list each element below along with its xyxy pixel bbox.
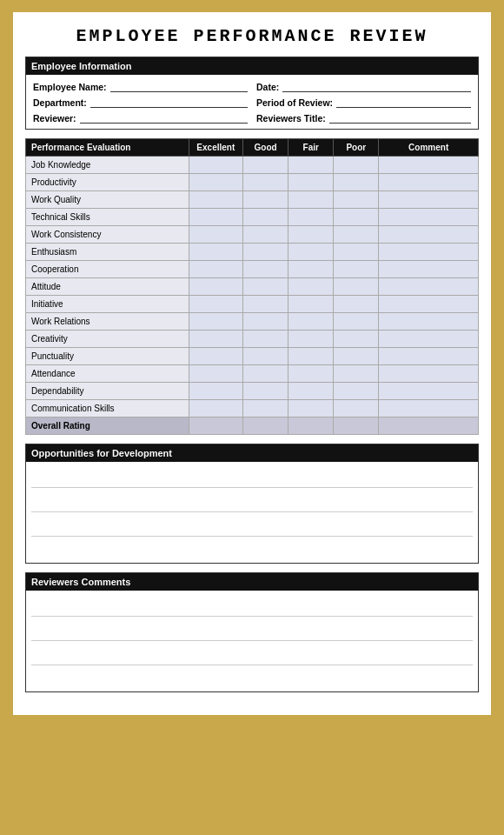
cell-poor-enthusiasm[interactable]	[334, 244, 379, 261]
cell-fair-enthusiasm[interactable]	[288, 244, 334, 261]
cell-excellent-work-consistency[interactable]	[189, 226, 243, 244]
comment-line-1[interactable]	[31, 594, 473, 617]
cell-comment-work-consistency[interactable]	[379, 226, 479, 244]
cell-excellent-initiative[interactable]	[189, 296, 243, 313]
cell-fair-overall-rating[interactable]	[288, 418, 334, 435]
cell-fair-work-relations[interactable]	[288, 313, 334, 331]
cell-good-overall-rating[interactable]	[243, 418, 288, 435]
cell-fair-creativity[interactable]	[288, 331, 334, 348]
reviewer-title-row: Reviewers Title:	[256, 111, 471, 124]
cell-excellent-work-relations[interactable]	[189, 313, 243, 331]
cell-excellent-job-knowledge[interactable]	[189, 157, 243, 174]
cell-poor-creativity[interactable]	[334, 331, 379, 348]
cell-excellent-enthusiasm[interactable]	[189, 244, 243, 261]
cell-poor-work-relations[interactable]	[334, 313, 379, 331]
cell-good-attitude[interactable]	[243, 278, 288, 296]
cell-good-creativity[interactable]	[243, 331, 288, 348]
cell-comment-work-relations[interactable]	[379, 313, 479, 331]
dev-line-1[interactable]	[31, 465, 473, 488]
reviewer-input[interactable]	[80, 111, 248, 124]
cell-poor-communication-skills[interactable]	[334, 400, 379, 418]
reviewer-title-input[interactable]	[329, 111, 471, 124]
period-input[interactable]	[336, 96, 471, 108]
cell-comment-initiative[interactable]	[379, 296, 479, 313]
cell-comment-overall-rating[interactable]	[379, 418, 479, 435]
cell-good-attendance[interactable]	[243, 365, 288, 383]
cell-comment-attendance[interactable]	[379, 365, 479, 383]
cell-comment-creativity[interactable]	[379, 331, 479, 348]
cell-excellent-technical-skills[interactable]	[189, 209, 243, 226]
dev-line-2[interactable]	[31, 490, 473, 512]
cell-excellent-work-quality[interactable]	[189, 191, 243, 209]
comment-line-4[interactable]	[31, 667, 473, 686]
col-header-good: Good	[243, 139, 288, 157]
cell-poor-cooperation[interactable]	[334, 261, 379, 278]
cell-comment-enthusiasm[interactable]	[379, 244, 479, 261]
cell-comment-technical-skills[interactable]	[379, 209, 479, 226]
date-input[interactable]	[282, 80, 471, 92]
cell-good-work-quality[interactable]	[243, 191, 288, 209]
cell-fair-job-knowledge[interactable]	[288, 157, 334, 174]
cell-poor-work-quality[interactable]	[334, 191, 379, 209]
cell-poor-job-knowledge[interactable]	[334, 157, 379, 174]
cell-poor-attendance[interactable]	[334, 365, 379, 383]
comments-header: Reviewers Comments	[26, 573, 478, 591]
cell-poor-technical-skills[interactable]	[334, 209, 379, 226]
cell-excellent-dependability[interactable]	[189, 383, 243, 400]
cell-comment-productivity[interactable]	[379, 174, 479, 191]
cell-fair-attendance[interactable]	[288, 365, 334, 383]
cell-comment-attitude[interactable]	[379, 278, 479, 296]
cell-comment-job-knowledge[interactable]	[379, 157, 479, 174]
cell-comment-cooperation[interactable]	[379, 261, 479, 278]
cell-good-enthusiasm[interactable]	[243, 244, 288, 261]
cell-excellent-punctuality[interactable]	[189, 348, 243, 365]
cell-fair-work-consistency[interactable]	[288, 226, 334, 244]
cell-fair-punctuality[interactable]	[288, 348, 334, 365]
cell-good-technical-skills[interactable]	[243, 209, 288, 226]
cell-comment-communication-skills[interactable]	[379, 400, 479, 418]
cell-fair-dependability[interactable]	[288, 383, 334, 400]
cell-poor-work-consistency[interactable]	[334, 226, 379, 244]
cell-poor-dependability[interactable]	[334, 383, 379, 400]
cell-fair-attitude[interactable]	[288, 278, 334, 296]
cell-poor-punctuality[interactable]	[334, 348, 379, 365]
cell-good-dependability[interactable]	[243, 383, 288, 400]
cell-excellent-attendance[interactable]	[189, 365, 243, 383]
cell-good-communication-skills[interactable]	[243, 400, 288, 418]
cell-fair-technical-skills[interactable]	[288, 209, 334, 226]
cell-excellent-overall-rating[interactable]	[189, 418, 243, 435]
cell-excellent-attitude[interactable]	[189, 278, 243, 296]
cell-good-initiative[interactable]	[243, 296, 288, 313]
cell-poor-attitude[interactable]	[334, 278, 379, 296]
comment-line-3[interactable]	[31, 643, 473, 665]
cell-fair-productivity[interactable]	[288, 174, 334, 191]
cell-good-cooperation[interactable]	[243, 261, 288, 278]
cell-excellent-cooperation[interactable]	[189, 261, 243, 278]
cell-comment-work-quality[interactable]	[379, 191, 479, 209]
col-header-fair: Fair	[288, 139, 334, 157]
cell-good-job-knowledge[interactable]	[243, 157, 288, 174]
cell-good-work-relations[interactable]	[243, 313, 288, 331]
cell-fair-cooperation[interactable]	[288, 261, 334, 278]
row-label-work-consistency: Work Consistency	[26, 226, 189, 244]
cell-good-punctuality[interactable]	[243, 348, 288, 365]
dev-line-4[interactable]	[31, 538, 473, 558]
cell-poor-productivity[interactable]	[334, 174, 379, 191]
cell-fair-initiative[interactable]	[288, 296, 334, 313]
cell-poor-initiative[interactable]	[334, 296, 379, 313]
cell-comment-punctuality[interactable]	[379, 348, 479, 365]
comment-line-2[interactable]	[31, 618, 473, 641]
cell-excellent-productivity[interactable]	[189, 174, 243, 191]
department-input[interactable]	[90, 96, 248, 108]
reviewer-row: Reviewer:	[33, 111, 248, 124]
cell-poor-overall-rating[interactable]	[334, 418, 379, 435]
cell-comment-dependability[interactable]	[379, 383, 479, 400]
dev-line-3[interactable]	[31, 514, 473, 537]
cell-good-productivity[interactable]	[243, 174, 288, 191]
employee-name-input[interactable]	[110, 80, 248, 92]
cell-fair-work-quality[interactable]	[288, 191, 334, 209]
cell-good-work-consistency[interactable]	[243, 226, 288, 244]
cell-excellent-creativity[interactable]	[189, 331, 243, 348]
cell-fair-communication-skills[interactable]	[288, 400, 334, 418]
cell-excellent-communication-skills[interactable]	[189, 400, 243, 418]
